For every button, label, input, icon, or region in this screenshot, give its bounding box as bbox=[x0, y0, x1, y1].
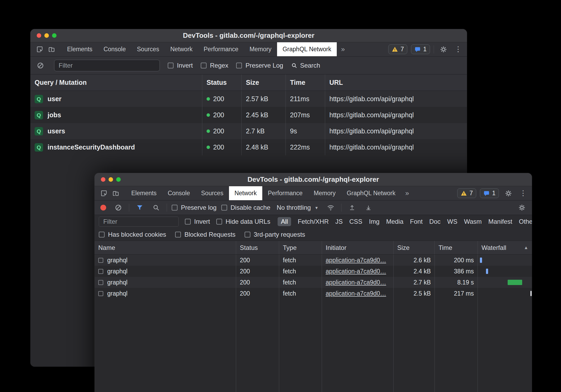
tab-console[interactable]: Console bbox=[162, 186, 195, 200]
tab-network[interactable]: Network bbox=[229, 186, 262, 200]
clear-log-button[interactable] bbox=[35, 60, 46, 71]
row-checkbox[interactable] bbox=[98, 269, 103, 274]
settings-button[interactable] bbox=[503, 188, 514, 199]
query-row[interactable]: Q user 200 2.57 kB 211ms https://gitlab.… bbox=[30, 91, 467, 107]
initiator-link[interactable]: application-a7ca9d0… bbox=[326, 279, 386, 286]
filter-chip-img[interactable]: Img bbox=[369, 218, 380, 225]
kebab-menu-button[interactable]: ⋮ bbox=[518, 190, 528, 197]
row-checkbox[interactable] bbox=[98, 291, 103, 296]
col-name[interactable]: Name bbox=[95, 241, 236, 254]
query-row[interactable]: Q users 200 2.7 kB 9s https://gitlab.com… bbox=[30, 123, 467, 139]
invert-checkbox[interactable]: Invert bbox=[185, 218, 210, 225]
initiator-link[interactable]: application-a7ca9d0… bbox=[326, 257, 386, 264]
regex-checkbox[interactable]: Regex bbox=[201, 62, 228, 69]
device-toolbar-button[interactable] bbox=[110, 188, 121, 199]
warnings-badge[interactable]: 7 bbox=[388, 44, 407, 54]
tab-console[interactable]: Console bbox=[98, 42, 131, 56]
tab-performance[interactable]: Performance bbox=[198, 42, 244, 56]
network-filter-input[interactable] bbox=[99, 217, 179, 227]
record-button[interactable] bbox=[100, 205, 106, 211]
col-url[interactable]: URL bbox=[325, 74, 467, 91]
col-time[interactable]: Time bbox=[286, 74, 325, 91]
search-button[interactable] bbox=[150, 202, 162, 213]
inspect-element-button[interactable] bbox=[34, 44, 46, 55]
filter-input[interactable] bbox=[54, 60, 160, 71]
search-button[interactable]: Search bbox=[291, 62, 320, 69]
throttling-select[interactable]: No throttling ▼ bbox=[275, 204, 320, 211]
tab-graphql-network[interactable]: GraphQL Network bbox=[277, 42, 337, 56]
col-size[interactable]: Size bbox=[241, 74, 286, 91]
inspect-element-button[interactable] bbox=[98, 188, 110, 199]
row-checkbox[interactable] bbox=[98, 258, 103, 263]
more-tabs-button[interactable]: » bbox=[337, 45, 349, 53]
network-settings-button[interactable] bbox=[516, 202, 528, 213]
filter-chip-media[interactable]: Media bbox=[386, 218, 403, 225]
tab-performance[interactable]: Performance bbox=[262, 186, 308, 200]
more-tabs-button[interactable]: » bbox=[401, 189, 413, 197]
initiator-link[interactable]: application-a7ca9d0… bbox=[326, 268, 386, 275]
tab-memory[interactable]: Memory bbox=[244, 42, 277, 56]
col-initiator[interactable]: Initiator bbox=[322, 241, 393, 254]
row-checkbox[interactable] bbox=[98, 280, 103, 285]
funnel-icon bbox=[136, 204, 143, 211]
filter-chip-wasm[interactable]: Wasm bbox=[464, 218, 482, 225]
close-window-button[interactable] bbox=[101, 177, 105, 182]
filter-chip-fetch-xhr[interactable]: Fetch/XHR bbox=[298, 218, 329, 225]
filter-chip-ws[interactable]: WS bbox=[447, 218, 457, 225]
col-size[interactable]: Size bbox=[393, 241, 434, 254]
has-blocked-cookies-checkbox[interactable]: Has blocked cookies bbox=[99, 231, 166, 238]
tab-sources[interactable]: Sources bbox=[195, 186, 229, 200]
query-row[interactable]: Q instanceSecurityDashboard 200 2.48 kB … bbox=[30, 139, 467, 155]
network-conditions-button[interactable] bbox=[325, 202, 336, 213]
import-har-button[interactable] bbox=[346, 202, 358, 213]
filter-chip-other[interactable]: Other bbox=[519, 218, 532, 225]
query-row[interactable]: Q jobs 200 2.45 kB 207ms https://gitlab.… bbox=[30, 107, 467, 123]
col-time[interactable]: Time bbox=[434, 241, 478, 254]
settings-button[interactable] bbox=[438, 44, 449, 55]
filter-chip-css[interactable]: CSS bbox=[349, 218, 362, 225]
request-row[interactable]: graphql 200 fetch application-a7ca9d0… 2… bbox=[95, 266, 532, 277]
messages-badge[interactable]: 1 bbox=[411, 44, 430, 54]
request-row[interactable]: graphql 200 fetch application-a7ca9d0… 2… bbox=[95, 288, 532, 299]
filter-chip-doc[interactable]: Doc bbox=[429, 218, 441, 225]
export-har-button[interactable] bbox=[363, 202, 374, 213]
filter-chip-js[interactable]: JS bbox=[335, 218, 343, 225]
warnings-badge[interactable]: 7 bbox=[457, 188, 476, 198]
col-query-mutation[interactable]: Query / Mutation bbox=[30, 74, 202, 91]
tab-graphql-network[interactable]: GraphQL Network bbox=[341, 186, 401, 200]
close-window-button[interactable] bbox=[37, 33, 41, 38]
tab-elements[interactable]: Elements bbox=[62, 42, 98, 56]
preserve-log-checkbox[interactable]: Preserve log bbox=[172, 204, 217, 211]
tab-sources[interactable]: Sources bbox=[131, 42, 165, 56]
col-waterfall[interactable]: Waterfall ▲ bbox=[478, 241, 532, 254]
tab-network[interactable]: Network bbox=[165, 42, 198, 56]
minimize-window-button[interactable] bbox=[44, 33, 49, 38]
hide-data-urls-checkbox[interactable]: Hide data URLs bbox=[216, 218, 270, 225]
col-status[interactable]: Status bbox=[202, 74, 241, 91]
filter-toggle-button[interactable] bbox=[134, 202, 146, 213]
kebab-menu-button[interactable]: ⋮ bbox=[453, 46, 463, 53]
third-party-requests-checkbox[interactable]: 3rd-party requests bbox=[245, 231, 305, 238]
invert-checkbox[interactable]: Invert bbox=[168, 62, 193, 69]
request-row[interactable]: graphql 200 fetch application-a7ca9d0… 2… bbox=[95, 277, 532, 288]
device-toolbar-button[interactable] bbox=[46, 44, 57, 55]
window-titlebar[interactable]: DevTools - gitlab.com/-/graphql-explorer bbox=[95, 173, 532, 186]
blocked-requests-checkbox[interactable]: Blocked Requests bbox=[175, 231, 235, 238]
messages-badge[interactable]: 1 bbox=[480, 188, 499, 198]
zoom-window-button[interactable] bbox=[52, 33, 57, 38]
tab-memory[interactable]: Memory bbox=[308, 186, 341, 200]
initiator-link[interactable]: application-a7ca9d0… bbox=[326, 290, 386, 297]
minimize-window-button[interactable] bbox=[109, 177, 113, 182]
clear-network-log-button[interactable] bbox=[113, 202, 124, 213]
filter-chip-all[interactable]: All bbox=[278, 217, 291, 226]
disable-cache-checkbox[interactable]: Disable cache bbox=[221, 204, 270, 211]
zoom-window-button[interactable] bbox=[116, 177, 121, 182]
filter-chip-manifest[interactable]: Manifest bbox=[488, 218, 512, 225]
request-row[interactable]: graphql 200 fetch application-a7ca9d0… 2… bbox=[95, 255, 532, 266]
col-type[interactable]: Type bbox=[279, 241, 322, 254]
window-titlebar[interactable]: DevTools - gitlab.com/-/graphql-explorer bbox=[30, 29, 467, 42]
preserve-log-checkbox[interactable]: Preserve Log bbox=[236, 62, 283, 69]
col-status[interactable]: Status bbox=[236, 241, 279, 254]
tab-elements[interactable]: Elements bbox=[126, 186, 162, 200]
filter-chip-font[interactable]: Font bbox=[410, 218, 423, 225]
